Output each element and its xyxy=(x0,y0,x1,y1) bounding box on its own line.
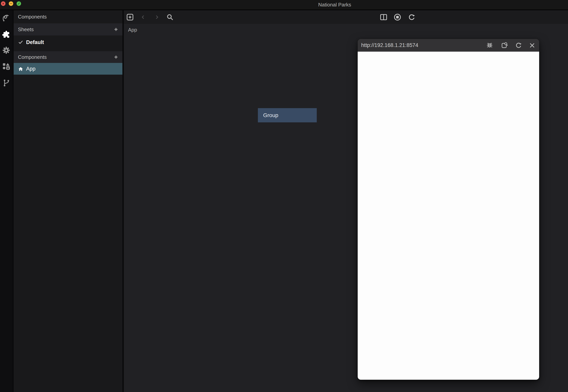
sidebar-title: Components xyxy=(14,10,122,23)
plus-square-icon xyxy=(127,14,133,21)
preview-url[interactable]: http://192.168.1.21:8574 xyxy=(361,42,418,48)
sheet-item-default[interactable]: Default xyxy=(14,35,122,49)
stop-button[interactable] xyxy=(394,14,401,21)
navigate-back-button[interactable] xyxy=(141,15,145,19)
preview-content xyxy=(358,52,539,380)
inspect-page-icon xyxy=(500,42,508,49)
components-section-label: Components xyxy=(18,54,47,60)
preview-window: http://192.168.1.21:8574 xyxy=(358,39,539,380)
add-sheet-button[interactable] xyxy=(114,27,118,32)
inspect-page-button[interactable] xyxy=(500,42,508,49)
refresh-canvas-button[interactable] xyxy=(408,14,415,21)
debug-button[interactable] xyxy=(486,42,493,49)
window-controls xyxy=(1,1,21,6)
debug-bug-icon xyxy=(486,42,493,49)
close-icon xyxy=(1,1,5,6)
preview-actions xyxy=(486,42,535,49)
refresh-preview-button[interactable] xyxy=(515,42,522,49)
home-icon xyxy=(18,66,23,71)
route-icon[interactable] xyxy=(2,14,11,22)
sidebar: Components Sheets Default Components xyxy=(14,10,122,392)
close-window-button[interactable] xyxy=(1,1,5,6)
extensions-puzzle-icon[interactable] xyxy=(2,30,11,38)
close-preview-button[interactable] xyxy=(529,42,535,49)
navigate-forward-button[interactable] xyxy=(155,15,159,19)
activity-bar xyxy=(0,10,13,392)
sheet-item-label: Default xyxy=(26,39,44,45)
git-merge-icon[interactable] xyxy=(2,78,11,87)
search-button[interactable] xyxy=(167,14,173,21)
refresh-icon xyxy=(408,14,415,21)
shapes-components-icon[interactable] xyxy=(2,62,11,71)
split-view-icon xyxy=(380,14,387,20)
minimize-window-button[interactable] xyxy=(9,1,13,6)
check-icon xyxy=(18,40,23,44)
refresh-icon xyxy=(515,42,522,49)
settings-gear-icon[interactable] xyxy=(2,46,11,55)
plus-icon xyxy=(114,27,118,32)
component-item-label: App xyxy=(26,66,35,72)
add-component-canvas-button[interactable] xyxy=(127,14,133,21)
maximize-window-button[interactable] xyxy=(16,1,21,6)
split-view-button[interactable] xyxy=(380,14,387,20)
canvas-toolbar xyxy=(124,10,568,24)
group-component[interactable]: Group xyxy=(258,108,317,122)
components-section-header: Components xyxy=(14,51,122,63)
stop-icon xyxy=(394,14,401,21)
chevron-left-icon xyxy=(141,15,145,19)
minimize-icon xyxy=(9,1,13,6)
plus-icon xyxy=(114,55,118,60)
chevron-right-icon xyxy=(155,15,159,19)
sheets-section-label: Sheets xyxy=(18,27,34,32)
window-title: National Parks xyxy=(318,0,351,9)
group-label: Group xyxy=(263,112,278,118)
divider xyxy=(122,10,124,392)
spacer xyxy=(14,49,122,51)
component-item-app[interactable]: App xyxy=(14,63,122,75)
sheets-section-header: Sheets xyxy=(14,23,122,35)
preview-titlebar: http://192.168.1.21:8574 xyxy=(358,39,539,52)
maximize-icon xyxy=(16,1,21,6)
add-component-button[interactable] xyxy=(114,55,118,60)
search-icon xyxy=(167,14,173,21)
close-icon xyxy=(529,42,535,49)
breadcrumb-app[interactable]: App xyxy=(128,27,137,33)
titlebar: National Parks xyxy=(0,0,568,10)
